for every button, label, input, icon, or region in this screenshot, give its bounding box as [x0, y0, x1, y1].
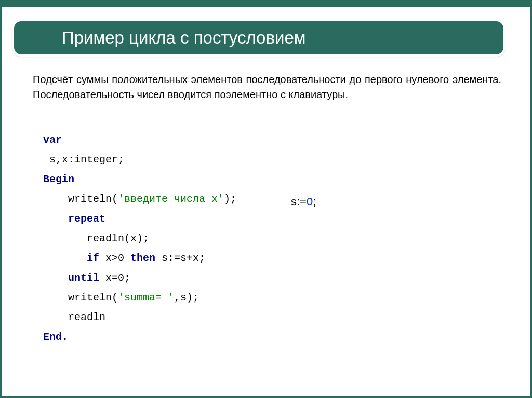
annotation-prefix: s:= [291, 195, 307, 208]
code-line-until: until x=0; [43, 268, 480, 288]
annotation-init: s:=0; [291, 195, 316, 209]
code-line-begin: Begin [43, 170, 480, 189]
code-line-repeat: repeat [43, 209, 480, 229]
description-text: Подсчёт суммы положительных элементов по… [33, 72, 501, 102]
code-line-writeln2: writeln('summa= ',s); [43, 288, 480, 308]
code-line-if: if x>0 then s:=s+x; [43, 249, 480, 268]
code-line-end: End. [43, 327, 480, 347]
slide: Пример цикла с постусловием Подсчёт сумм… [0, 0, 532, 398]
code-line-writeln1: writeln('введите числа x'); [43, 189, 480, 209]
code-line-readln1: readln(x); [43, 229, 480, 249]
code-block: var s,x:integer; Begin writeln('введите … [43, 130, 480, 347]
code-line-var: var [43, 130, 480, 150]
top-accent-bar [2, 2, 530, 7]
annotation-zero: 0 [307, 195, 313, 208]
code-line-decl: s,x:integer; [43, 150, 480, 170]
code-line-readln2: readln [43, 308, 480, 327]
slide-title: Пример цикла с постусловием [62, 28, 305, 48]
annotation-suffix: ; [313, 195, 316, 208]
title-box: Пример цикла с постусловием [12, 19, 506, 57]
